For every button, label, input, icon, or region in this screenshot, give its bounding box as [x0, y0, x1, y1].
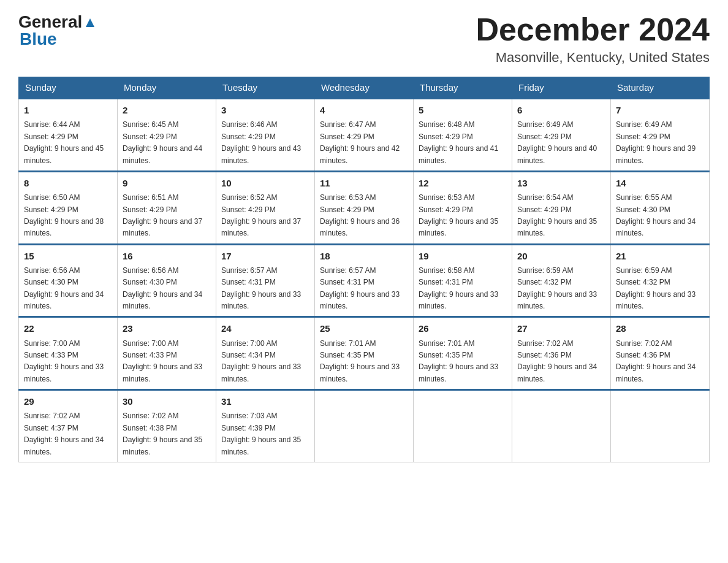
- day-number: 6: [517, 103, 605, 117]
- day-number: 3: [221, 103, 309, 117]
- table-row: 16 Sunrise: 6:56 AMSunset: 4:30 PMDaylig…: [118, 244, 216, 317]
- col-sunday: Sunday: [19, 77, 118, 99]
- day-info: Sunrise: 7:02 AMSunset: 4:38 PMDaylight:…: [123, 412, 202, 456]
- day-number: 1: [24, 103, 112, 117]
- day-number: 18: [320, 249, 408, 263]
- calendar-week-row: 22 Sunrise: 7:00 AMSunset: 4:33 PMDaylig…: [19, 317, 710, 390]
- location-title: Masonville, Kentucky, United States: [476, 50, 710, 66]
- day-info: Sunrise: 6:55 AMSunset: 4:30 PMDaylight:…: [616, 193, 696, 237]
- day-number: 5: [419, 103, 507, 117]
- table-row: 7 Sunrise: 6:49 AMSunset: 4:29 PMDayligh…: [611, 99, 710, 172]
- day-number: 19: [419, 249, 507, 263]
- table-row: 31 Sunrise: 7:03 AMSunset: 4:39 PMDaylig…: [216, 390, 315, 462]
- title-block: December 2024 Masonville, Kentucky, Unit…: [476, 12, 710, 66]
- logo: General Blue: [18, 12, 97, 49]
- page-header: General Blue December 2024 Masonville, K…: [18, 12, 710, 66]
- day-info: Sunrise: 7:01 AMSunset: 4:35 PMDaylight:…: [320, 339, 400, 383]
- table-row: 15 Sunrise: 6:56 AMSunset: 4:30 PMDaylig…: [19, 244, 118, 317]
- day-number: 28: [616, 321, 704, 335]
- day-info: Sunrise: 7:00 AMSunset: 4:33 PMDaylight:…: [123, 339, 202, 383]
- table-row: [414, 390, 512, 462]
- day-info: Sunrise: 6:46 AMSunset: 4:29 PMDaylight:…: [221, 120, 301, 164]
- day-info: Sunrise: 6:49 AMSunset: 4:29 PMDaylight:…: [517, 120, 597, 164]
- logo-triangle-icon: [83, 17, 97, 28]
- table-row: 11 Sunrise: 6:53 AMSunset: 4:29 PMDaylig…: [315, 171, 414, 244]
- day-info: Sunrise: 6:56 AMSunset: 4:30 PMDaylight:…: [123, 266, 202, 310]
- day-number: 21: [616, 249, 704, 263]
- day-info: Sunrise: 7:01 AMSunset: 4:35 PMDaylight:…: [419, 339, 498, 383]
- day-number: 22: [24, 321, 112, 335]
- day-number: 25: [320, 321, 408, 335]
- day-number: 2: [123, 103, 211, 117]
- table-row: 12 Sunrise: 6:53 AMSunset: 4:29 PMDaylig…: [414, 171, 512, 244]
- table-row: 13 Sunrise: 6:54 AMSunset: 4:29 PMDaylig…: [512, 171, 611, 244]
- table-row: 28 Sunrise: 7:02 AMSunset: 4:36 PMDaylig…: [611, 317, 710, 390]
- day-info: Sunrise: 6:52 AMSunset: 4:29 PMDaylight:…: [221, 193, 301, 237]
- table-row: [611, 390, 710, 462]
- table-row: 5 Sunrise: 6:48 AMSunset: 4:29 PMDayligh…: [414, 99, 512, 172]
- day-info: Sunrise: 6:57 AMSunset: 4:31 PMDaylight:…: [320, 266, 400, 310]
- table-row: 30 Sunrise: 7:02 AMSunset: 4:38 PMDaylig…: [118, 390, 216, 462]
- table-row: 8 Sunrise: 6:50 AMSunset: 4:29 PMDayligh…: [19, 171, 118, 244]
- day-info: Sunrise: 7:00 AMSunset: 4:33 PMDaylight:…: [24, 339, 104, 383]
- day-number: 13: [517, 176, 605, 190]
- day-info: Sunrise: 7:02 AMSunset: 4:36 PMDaylight:…: [517, 339, 597, 383]
- table-row: 17 Sunrise: 6:57 AMSunset: 4:31 PMDaylig…: [216, 244, 315, 317]
- calendar-week-row: 29 Sunrise: 7:02 AMSunset: 4:37 PMDaylig…: [19, 390, 710, 462]
- table-row: 6 Sunrise: 6:49 AMSunset: 4:29 PMDayligh…: [512, 99, 611, 172]
- calendar-header-row: Sunday Monday Tuesday Wednesday Thursday…: [19, 77, 710, 99]
- table-row: 1 Sunrise: 6:44 AMSunset: 4:29 PMDayligh…: [19, 99, 118, 172]
- day-number: 16: [123, 249, 211, 263]
- day-number: 4: [320, 103, 408, 117]
- table-row: 24 Sunrise: 7:00 AMSunset: 4:34 PMDaylig…: [216, 317, 315, 390]
- col-friday: Friday: [512, 77, 611, 99]
- table-row: 14 Sunrise: 6:55 AMSunset: 4:30 PMDaylig…: [611, 171, 710, 244]
- day-info: Sunrise: 6:47 AMSunset: 4:29 PMDaylight:…: [320, 120, 400, 164]
- day-info: Sunrise: 6:58 AMSunset: 4:31 PMDaylight:…: [419, 266, 498, 310]
- day-info: Sunrise: 6:59 AMSunset: 4:32 PMDaylight:…: [517, 266, 597, 310]
- calendar-week-row: 15 Sunrise: 6:56 AMSunset: 4:30 PMDaylig…: [19, 244, 710, 317]
- day-info: Sunrise: 7:02 AMSunset: 4:37 PMDaylight:…: [24, 412, 104, 456]
- day-info: Sunrise: 6:48 AMSunset: 4:29 PMDaylight:…: [419, 120, 498, 164]
- day-number: 12: [419, 176, 507, 190]
- day-number: 17: [221, 249, 309, 263]
- table-row: 9 Sunrise: 6:51 AMSunset: 4:29 PMDayligh…: [118, 171, 216, 244]
- day-info: Sunrise: 6:56 AMSunset: 4:30 PMDaylight:…: [24, 266, 104, 310]
- day-info: Sunrise: 6:51 AMSunset: 4:29 PMDaylight:…: [123, 193, 202, 237]
- calendar-week-row: 8 Sunrise: 6:50 AMSunset: 4:29 PMDayligh…: [19, 171, 710, 244]
- day-number: 14: [616, 176, 704, 190]
- col-saturday: Saturday: [611, 77, 710, 99]
- col-tuesday: Tuesday: [216, 77, 315, 99]
- day-info: Sunrise: 7:03 AMSunset: 4:39 PMDaylight:…: [221, 412, 301, 456]
- day-info: Sunrise: 6:54 AMSunset: 4:29 PMDaylight:…: [517, 193, 597, 237]
- col-thursday: Thursday: [414, 77, 512, 99]
- day-info: Sunrise: 6:44 AMSunset: 4:29 PMDaylight:…: [24, 120, 104, 164]
- day-info: Sunrise: 6:45 AMSunset: 4:29 PMDaylight:…: [123, 120, 202, 164]
- logo-blue-text: Blue: [20, 29, 57, 48]
- table-row: 20 Sunrise: 6:59 AMSunset: 4:32 PMDaylig…: [512, 244, 611, 317]
- day-number: 27: [517, 321, 605, 335]
- day-number: 29: [24, 394, 112, 408]
- table-row: 23 Sunrise: 7:00 AMSunset: 4:33 PMDaylig…: [118, 317, 216, 390]
- day-info: Sunrise: 6:49 AMSunset: 4:29 PMDaylight:…: [616, 120, 696, 164]
- day-info: Sunrise: 6:57 AMSunset: 4:31 PMDaylight:…: [221, 266, 301, 310]
- table-row: 29 Sunrise: 7:02 AMSunset: 4:37 PMDaylig…: [19, 390, 118, 462]
- calendar-week-row: 1 Sunrise: 6:44 AMSunset: 4:29 PMDayligh…: [19, 99, 710, 172]
- day-number: 10: [221, 176, 309, 190]
- day-number: 23: [123, 321, 211, 335]
- table-row: 3 Sunrise: 6:46 AMSunset: 4:29 PMDayligh…: [216, 99, 315, 172]
- day-number: 11: [320, 176, 408, 190]
- day-info: Sunrise: 6:50 AMSunset: 4:29 PMDaylight:…: [24, 193, 104, 237]
- month-title: December 2024: [476, 12, 710, 47]
- table-row: 26 Sunrise: 7:01 AMSunset: 4:35 PMDaylig…: [414, 317, 512, 390]
- day-info: Sunrise: 6:53 AMSunset: 4:29 PMDaylight:…: [419, 193, 498, 237]
- day-number: 24: [221, 321, 309, 335]
- day-info: Sunrise: 6:53 AMSunset: 4:29 PMDaylight:…: [320, 193, 400, 237]
- day-number: 7: [616, 103, 704, 117]
- calendar-table: Sunday Monday Tuesday Wednesday Thursday…: [18, 77, 710, 462]
- table-row: [315, 390, 414, 462]
- col-wednesday: Wednesday: [315, 77, 414, 99]
- table-row: 19 Sunrise: 6:58 AMSunset: 4:31 PMDaylig…: [414, 244, 512, 317]
- day-number: 26: [419, 321, 507, 335]
- table-row: [512, 390, 611, 462]
